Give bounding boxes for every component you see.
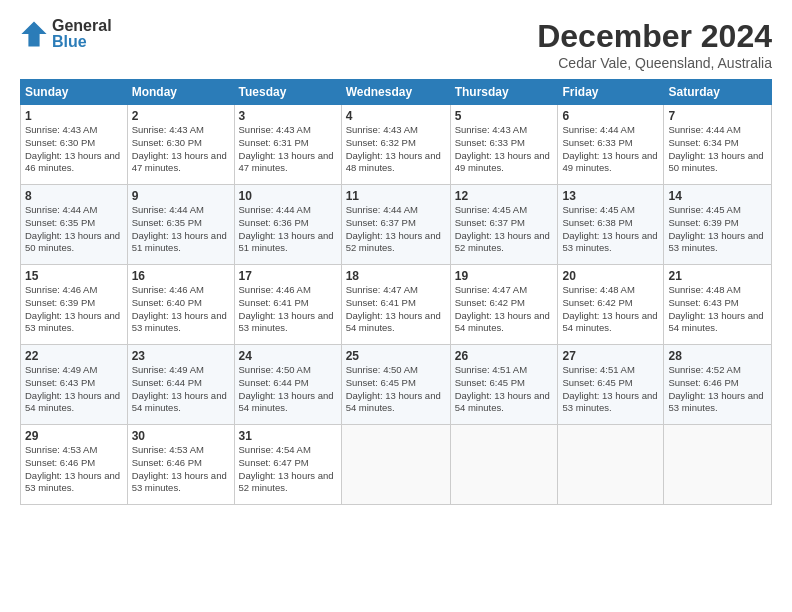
day-number: 3	[239, 109, 337, 123]
day-detail: Sunrise: 4:44 AMSunset: 6:34 PMDaylight:…	[668, 124, 763, 173]
day-cell: 11Sunrise: 4:44 AMSunset: 6:37 PMDayligh…	[341, 185, 450, 265]
day-number: 6	[562, 109, 659, 123]
day-cell: 5Sunrise: 4:43 AMSunset: 6:33 PMDaylight…	[450, 105, 558, 185]
day-cell: 13Sunrise: 4:45 AMSunset: 6:38 PMDayligh…	[558, 185, 664, 265]
col-header-wednesday: Wednesday	[341, 80, 450, 105]
day-detail: Sunrise: 4:45 AMSunset: 6:37 PMDaylight:…	[455, 204, 550, 253]
day-number: 5	[455, 109, 554, 123]
col-header-friday: Friday	[558, 80, 664, 105]
day-detail: Sunrise: 4:49 AMSunset: 6:43 PMDaylight:…	[25, 364, 120, 413]
page: General Blue December 2024 Cedar Vale, Q…	[0, 0, 792, 612]
day-detail: Sunrise: 4:45 AMSunset: 6:39 PMDaylight:…	[668, 204, 763, 253]
day-cell: 3Sunrise: 4:43 AMSunset: 6:31 PMDaylight…	[234, 105, 341, 185]
day-cell: 19Sunrise: 4:47 AMSunset: 6:42 PMDayligh…	[450, 265, 558, 345]
day-number: 11	[346, 189, 446, 203]
day-cell: 28Sunrise: 4:52 AMSunset: 6:46 PMDayligh…	[664, 345, 772, 425]
day-number: 19	[455, 269, 554, 283]
day-cell: 6Sunrise: 4:44 AMSunset: 6:33 PMDaylight…	[558, 105, 664, 185]
week-row-5: 29Sunrise: 4:53 AMSunset: 6:46 PMDayligh…	[21, 425, 772, 505]
day-cell: 26Sunrise: 4:51 AMSunset: 6:45 PMDayligh…	[450, 345, 558, 425]
day-number: 17	[239, 269, 337, 283]
day-number: 24	[239, 349, 337, 363]
day-cell: 16Sunrise: 4:46 AMSunset: 6:40 PMDayligh…	[127, 265, 234, 345]
day-detail: Sunrise: 4:48 AMSunset: 6:43 PMDaylight:…	[668, 284, 763, 333]
day-cell: 30Sunrise: 4:53 AMSunset: 6:46 PMDayligh…	[127, 425, 234, 505]
day-number: 16	[132, 269, 230, 283]
week-row-1: 1Sunrise: 4:43 AMSunset: 6:30 PMDaylight…	[21, 105, 772, 185]
week-row-2: 8Sunrise: 4:44 AMSunset: 6:35 PMDaylight…	[21, 185, 772, 265]
col-header-tuesday: Tuesday	[234, 80, 341, 105]
day-cell	[450, 425, 558, 505]
day-detail: Sunrise: 4:50 AMSunset: 6:45 PMDaylight:…	[346, 364, 441, 413]
day-cell: 7Sunrise: 4:44 AMSunset: 6:34 PMDaylight…	[664, 105, 772, 185]
day-cell	[341, 425, 450, 505]
day-number: 4	[346, 109, 446, 123]
calendar-body: 1Sunrise: 4:43 AMSunset: 6:30 PMDaylight…	[21, 105, 772, 505]
day-number: 22	[25, 349, 123, 363]
day-cell: 2Sunrise: 4:43 AMSunset: 6:30 PMDaylight…	[127, 105, 234, 185]
day-number: 15	[25, 269, 123, 283]
day-cell: 25Sunrise: 4:50 AMSunset: 6:45 PMDayligh…	[341, 345, 450, 425]
day-detail: Sunrise: 4:44 AMSunset: 6:35 PMDaylight:…	[25, 204, 120, 253]
col-header-thursday: Thursday	[450, 80, 558, 105]
location: Cedar Vale, Queensland, Australia	[537, 55, 772, 71]
month-title: December 2024	[537, 18, 772, 55]
day-number: 18	[346, 269, 446, 283]
day-number: 14	[668, 189, 767, 203]
day-number: 7	[668, 109, 767, 123]
day-cell: 29Sunrise: 4:53 AMSunset: 6:46 PMDayligh…	[21, 425, 128, 505]
day-number: 1	[25, 109, 123, 123]
day-detail: Sunrise: 4:51 AMSunset: 6:45 PMDaylight:…	[562, 364, 657, 413]
day-cell: 15Sunrise: 4:46 AMSunset: 6:39 PMDayligh…	[21, 265, 128, 345]
logo-text: General Blue	[52, 18, 112, 50]
day-number: 27	[562, 349, 659, 363]
day-cell: 9Sunrise: 4:44 AMSunset: 6:35 PMDaylight…	[127, 185, 234, 265]
day-detail: Sunrise: 4:43 AMSunset: 6:33 PMDaylight:…	[455, 124, 550, 173]
day-cell: 24Sunrise: 4:50 AMSunset: 6:44 PMDayligh…	[234, 345, 341, 425]
day-number: 28	[668, 349, 767, 363]
day-cell: 21Sunrise: 4:48 AMSunset: 6:43 PMDayligh…	[664, 265, 772, 345]
day-detail: Sunrise: 4:54 AMSunset: 6:47 PMDaylight:…	[239, 444, 334, 493]
col-header-saturday: Saturday	[664, 80, 772, 105]
day-cell: 8Sunrise: 4:44 AMSunset: 6:35 PMDaylight…	[21, 185, 128, 265]
logo-icon	[20, 20, 48, 48]
day-detail: Sunrise: 4:46 AMSunset: 6:41 PMDaylight:…	[239, 284, 334, 333]
day-detail: Sunrise: 4:44 AMSunset: 6:36 PMDaylight:…	[239, 204, 334, 253]
day-cell: 14Sunrise: 4:45 AMSunset: 6:39 PMDayligh…	[664, 185, 772, 265]
day-detail: Sunrise: 4:53 AMSunset: 6:46 PMDaylight:…	[132, 444, 227, 493]
day-detail: Sunrise: 4:43 AMSunset: 6:30 PMDaylight:…	[132, 124, 227, 173]
title-area: December 2024 Cedar Vale, Queensland, Au…	[537, 18, 772, 71]
day-cell: 22Sunrise: 4:49 AMSunset: 6:43 PMDayligh…	[21, 345, 128, 425]
day-cell: 27Sunrise: 4:51 AMSunset: 6:45 PMDayligh…	[558, 345, 664, 425]
week-row-3: 15Sunrise: 4:46 AMSunset: 6:39 PMDayligh…	[21, 265, 772, 345]
day-detail: Sunrise: 4:53 AMSunset: 6:46 PMDaylight:…	[25, 444, 120, 493]
day-number: 26	[455, 349, 554, 363]
day-detail: Sunrise: 4:44 AMSunset: 6:37 PMDaylight:…	[346, 204, 441, 253]
day-number: 8	[25, 189, 123, 203]
day-cell: 12Sunrise: 4:45 AMSunset: 6:37 PMDayligh…	[450, 185, 558, 265]
day-detail: Sunrise: 4:50 AMSunset: 6:44 PMDaylight:…	[239, 364, 334, 413]
day-cell	[558, 425, 664, 505]
day-cell: 31Sunrise: 4:54 AMSunset: 6:47 PMDayligh…	[234, 425, 341, 505]
logo-general-text: General	[52, 18, 112, 34]
svg-marker-0	[21, 21, 46, 46]
day-cell: 18Sunrise: 4:47 AMSunset: 6:41 PMDayligh…	[341, 265, 450, 345]
day-number: 31	[239, 429, 337, 443]
logo-blue-text: Blue	[52, 34, 112, 50]
header-row: SundayMondayTuesdayWednesdayThursdayFrid…	[21, 80, 772, 105]
day-detail: Sunrise: 4:43 AMSunset: 6:32 PMDaylight:…	[346, 124, 441, 173]
day-detail: Sunrise: 4:46 AMSunset: 6:39 PMDaylight:…	[25, 284, 120, 333]
day-number: 12	[455, 189, 554, 203]
day-detail: Sunrise: 4:47 AMSunset: 6:42 PMDaylight:…	[455, 284, 550, 333]
logo: General Blue	[20, 18, 112, 50]
day-number: 30	[132, 429, 230, 443]
day-detail: Sunrise: 4:49 AMSunset: 6:44 PMDaylight:…	[132, 364, 227, 413]
calendar-table: SundayMondayTuesdayWednesdayThursdayFrid…	[20, 79, 772, 505]
day-detail: Sunrise: 4:43 AMSunset: 6:30 PMDaylight:…	[25, 124, 120, 173]
day-number: 21	[668, 269, 767, 283]
day-detail: Sunrise: 4:52 AMSunset: 6:46 PMDaylight:…	[668, 364, 763, 413]
day-cell: 20Sunrise: 4:48 AMSunset: 6:42 PMDayligh…	[558, 265, 664, 345]
day-detail: Sunrise: 4:45 AMSunset: 6:38 PMDaylight:…	[562, 204, 657, 253]
day-cell: 23Sunrise: 4:49 AMSunset: 6:44 PMDayligh…	[127, 345, 234, 425]
day-detail: Sunrise: 4:44 AMSunset: 6:35 PMDaylight:…	[132, 204, 227, 253]
